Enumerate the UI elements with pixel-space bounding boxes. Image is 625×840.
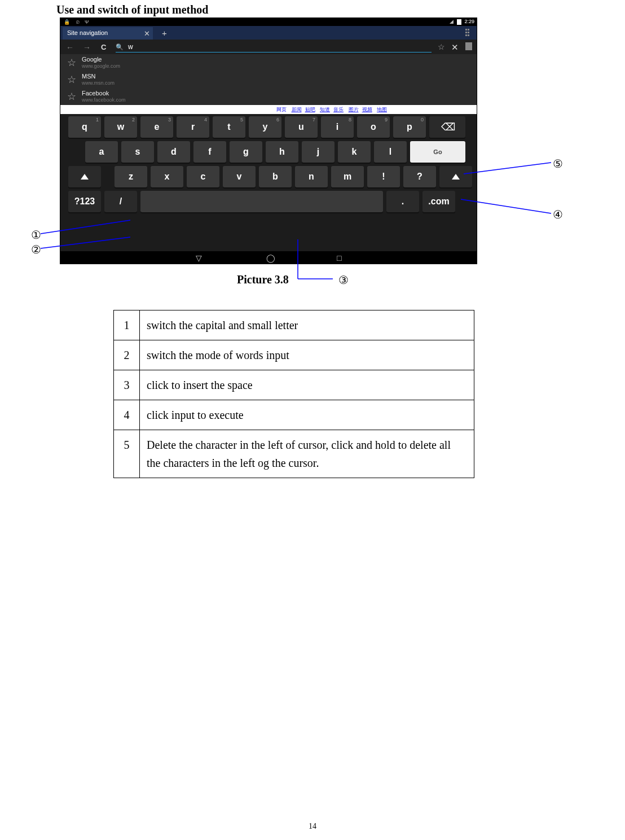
key-a[interactable]: a bbox=[85, 141, 118, 163]
table-row: 2switch the mode of words input bbox=[114, 340, 474, 370]
battery-icon bbox=[457, 19, 461, 25]
key-h[interactable]: h bbox=[266, 141, 298, 163]
nav-back-icon[interactable]: ▽ bbox=[196, 253, 202, 262]
back-icon[interactable]: ← bbox=[66, 43, 74, 52]
status-bar: 🔒 ⎚ Ψ ◢ 2:29 bbox=[60, 18, 477, 26]
url-input-wrap: 🔍 bbox=[116, 41, 432, 53]
browser-tabbar: Site navigation ✕ + bbox=[60, 26, 477, 40]
key-n[interactable]: n bbox=[295, 166, 328, 187]
bookmark-icon[interactable] bbox=[465, 42, 472, 50]
suggestion-url: www.google.com bbox=[82, 63, 120, 69]
clock: 2:29 bbox=[464, 19, 474, 24]
suggestion-title: MSN bbox=[82, 73, 95, 80]
favorite-icon[interactable]: ☆ bbox=[438, 42, 445, 51]
status-icons-right: ◢ 2:29 bbox=[450, 19, 474, 25]
key-x[interactable]: x bbox=[151, 166, 183, 187]
nav-home-icon[interactable]: ◯ bbox=[266, 253, 275, 262]
key-u[interactable]: 7u bbox=[285, 116, 318, 138]
system-navbar: ▽ ◯ □ bbox=[60, 251, 477, 264]
dot-key[interactable]: . bbox=[386, 191, 419, 212]
table-row: 5Delete the character in the left of cur… bbox=[114, 430, 474, 478]
shift-key-right[interactable] bbox=[439, 166, 472, 187]
forward-icon[interactable]: → bbox=[83, 43, 91, 52]
suggestion-row[interactable]: ☆ MSN www.msn.com bbox=[60, 71, 477, 88]
network-icon: ◢ bbox=[450, 19, 454, 24]
section-title: Use and switch of input method bbox=[56, 3, 208, 16]
key-b[interactable]: b bbox=[259, 166, 292, 187]
space-key[interactable] bbox=[140, 191, 383, 212]
key-o[interactable]: 9o bbox=[357, 116, 390, 138]
key-d[interactable]: d bbox=[157, 141, 190, 163]
suggestion-url: www.facebook.com bbox=[82, 97, 126, 103]
figure-caption: Picture 3.8 bbox=[237, 273, 289, 286]
usb-icon: Ψ bbox=[85, 19, 91, 25]
star-icon: ☆ bbox=[67, 56, 76, 69]
slash-key[interactable]: / bbox=[104, 191, 137, 212]
close-tab-icon[interactable]: ✕ bbox=[144, 29, 150, 38]
key-e[interactable]: 3e bbox=[140, 116, 173, 138]
legend-table: 1switch the capital and small letter 2sw… bbox=[113, 310, 474, 478]
page-number: 14 bbox=[0, 822, 625, 831]
key-c[interactable]: c bbox=[187, 166, 219, 187]
clear-icon[interactable]: ✕ bbox=[451, 42, 459, 53]
url-bar: ← → C 🔍 ☆ ✕ bbox=[60, 40, 477, 54]
key-q[interactable]: 1q bbox=[68, 116, 101, 138]
star-icon: ☆ bbox=[67, 73, 76, 86]
key-p[interactable]: 0p bbox=[393, 116, 426, 138]
key-j[interactable]: j bbox=[302, 141, 334, 163]
key-g[interactable]: g bbox=[230, 141, 262, 163]
annotation-5: ⑤ bbox=[553, 157, 563, 170]
page-preview-strip: 网页 新闻贴吧 知道音乐 图片视频 地图 bbox=[60, 105, 477, 114]
reload-icon[interactable]: C bbox=[101, 43, 106, 51]
key-f[interactable]: f bbox=[193, 141, 226, 163]
backspace-key[interactable]: ⌫ bbox=[429, 116, 465, 138]
key-m[interactable]: m bbox=[331, 166, 364, 187]
key-w[interactable]: 2w bbox=[104, 116, 137, 138]
suggestion-url: www.msn.com bbox=[82, 80, 115, 86]
suggestion-row[interactable]: ☆ Facebook www.facebook.com bbox=[60, 88, 477, 105]
browser-tab[interactable]: Site navigation bbox=[63, 27, 153, 40]
key-y[interactable]: 6y bbox=[249, 116, 281, 138]
page-links: 网页 新闻贴吧 知道音乐 图片视频 地图 bbox=[275, 106, 389, 113]
annotation-3: ③ bbox=[338, 273, 349, 287]
url-input[interactable] bbox=[128, 43, 381, 51]
key-s[interactable]: s bbox=[121, 141, 154, 163]
mode-key[interactable]: ?123 bbox=[68, 191, 101, 212]
screen-icon: ⎚ bbox=[76, 19, 81, 25]
key-z[interactable]: z bbox=[115, 166, 147, 187]
soft-keyboard: 1q2w3e4r5t6y7u8i9o0p⌫asdfghjklGozxcvbnm!… bbox=[60, 114, 477, 251]
go-key[interactable]: Go bbox=[410, 141, 465, 163]
annotation-1: ① bbox=[31, 228, 41, 242]
status-icons-left: 🔒 ⎚ Ψ bbox=[64, 19, 91, 25]
suggestion-row[interactable]: ☆ Google www.google.com bbox=[60, 54, 477, 71]
new-tab-icon[interactable]: + bbox=[162, 28, 167, 38]
key-k[interactable]: k bbox=[338, 141, 371, 163]
shift-key-left[interactable] bbox=[68, 166, 101, 187]
lock-icon: 🔒 bbox=[64, 19, 72, 25]
annotation-2: ② bbox=[31, 243, 41, 256]
key-l[interactable]: l bbox=[374, 141, 407, 163]
nav-recent-icon[interactable]: □ bbox=[337, 253, 341, 262]
key-i[interactable]: 8i bbox=[321, 116, 354, 138]
annotation-4: ④ bbox=[553, 208, 563, 221]
table-row: 3click to insert the space bbox=[114, 370, 474, 400]
search-icon: 🔍 bbox=[116, 43, 124, 50]
star-icon: ☆ bbox=[67, 90, 76, 103]
table-row: 4click input to execute bbox=[114, 400, 474, 430]
device-screenshot: 🔒 ⎚ Ψ ◢ 2:29 Site navigation ✕ + ← → C 🔍 bbox=[60, 18, 477, 264]
key-v[interactable]: v bbox=[223, 166, 256, 187]
key-t[interactable]: 5t bbox=[213, 116, 245, 138]
table-row: 1switch the capital and small letter bbox=[114, 310, 474, 340]
suggestion-title: Google bbox=[82, 56, 102, 63]
suggestion-title: Facebook bbox=[82, 90, 109, 97]
dotcom-key[interactable]: .com bbox=[422, 191, 455, 212]
key-qmark[interactable]: ? bbox=[403, 166, 436, 187]
key-excl[interactable]: ! bbox=[367, 166, 400, 187]
key-r[interactable]: 4r bbox=[177, 116, 209, 138]
overflow-menu-icon[interactable] bbox=[465, 29, 470, 37]
